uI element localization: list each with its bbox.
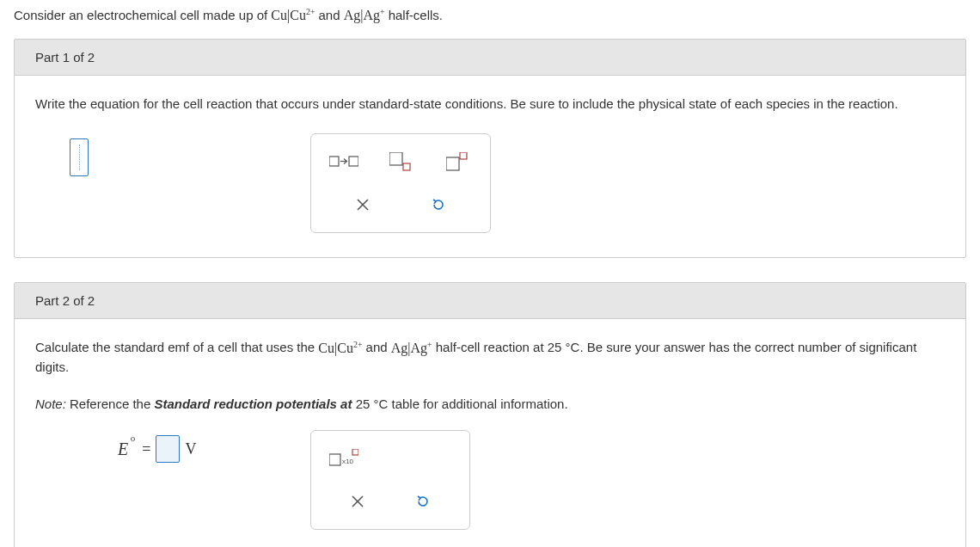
subscript-icon (389, 152, 412, 171)
part-2-header: Part 2 of 2 (15, 283, 965, 319)
input-cursor (79, 144, 80, 170)
superscript-icon (446, 152, 469, 171)
clear-button-2[interactable] (325, 486, 390, 517)
p2-halfcell-ag: Ag|Ag+ (391, 341, 436, 355)
palette-symbol-row-2: x10 (325, 443, 456, 474)
part-1-answer-row (35, 133, 945, 233)
palette-symbol-row (325, 146, 476, 177)
intro-suffix: half-cells. (389, 8, 443, 22)
yields-arrow-button[interactable] (325, 146, 363, 177)
part-1-answer-area (35, 133, 310, 176)
intro-mid: and (319, 8, 344, 22)
subscript-button[interactable] (382, 146, 420, 177)
part-2-answer-row: E o = V x10 (35, 430, 945, 530)
svg-rect-3 (389, 152, 402, 165)
clear-button[interactable] (330, 189, 395, 220)
intro-prefix: Consider an electrochemical cell made up… (14, 8, 271, 22)
intro-halfcell-cu: Cu|Cu2+ (271, 8, 318, 22)
emf-unit: V (185, 440, 196, 458)
symbol-palette-2: x10 (310, 430, 470, 530)
svg-rect-0 (329, 157, 339, 166)
p2-halfcell-cu: Cu|Cu2+ (318, 341, 365, 355)
scientific-notation-icon: x10 (329, 449, 358, 468)
part-2-answer-area: E o = V (35, 430, 310, 463)
scientific-notation-button[interactable]: x10 (325, 443, 363, 474)
part-2-body: Calculate the standard emf of a cell tha… (15, 319, 965, 547)
symbol-palette (310, 133, 491, 233)
svg-rect-6 (460, 152, 467, 159)
part-1-header: Part 1 of 2 (15, 40, 965, 76)
part-2-panel: Part 2 of 2 Calculate the standard emf o… (14, 282, 966, 547)
part-2-note: Note: Reference the Standard reduction p… (35, 396, 945, 411)
palette-action-row (325, 189, 476, 220)
reset-button[interactable] (406, 189, 471, 220)
close-icon (351, 495, 364, 508)
emf-variable: E o (118, 439, 128, 459)
reset-icon (415, 494, 431, 509)
equation-input[interactable] (70, 138, 89, 176)
reset-icon (431, 197, 446, 212)
emf-expression: E o = V (70, 435, 310, 463)
part-1-body: Write the equation for the cell reaction… (15, 76, 965, 257)
intro-halfcell-ag: Ag|Ag+ (344, 8, 389, 22)
reset-button-2[interactable] (390, 486, 456, 517)
part-1-panel: Part 1 of 2 Write the equation for the c… (14, 39, 966, 258)
superscript-button[interactable] (438, 146, 476, 177)
svg-rect-9 (329, 454, 340, 465)
svg-rect-11 (352, 449, 358, 455)
question-intro: Consider an electrochemical cell made up… (14, 7, 966, 23)
svg-rect-5 (446, 157, 459, 170)
emf-input[interactable] (156, 435, 180, 463)
svg-rect-2 (349, 157, 358, 166)
part-1-prompt: Write the equation for the cell reaction… (35, 95, 945, 113)
close-icon (356, 198, 370, 212)
svg-rect-4 (403, 163, 410, 170)
part-2-prompt: Calculate the standard emf of a cell tha… (35, 338, 945, 376)
yields-arrow-icon (329, 155, 358, 169)
palette-action-row-2 (325, 486, 456, 517)
svg-text:x10: x10 (342, 458, 353, 465)
equals-sign: = (142, 440, 150, 458)
